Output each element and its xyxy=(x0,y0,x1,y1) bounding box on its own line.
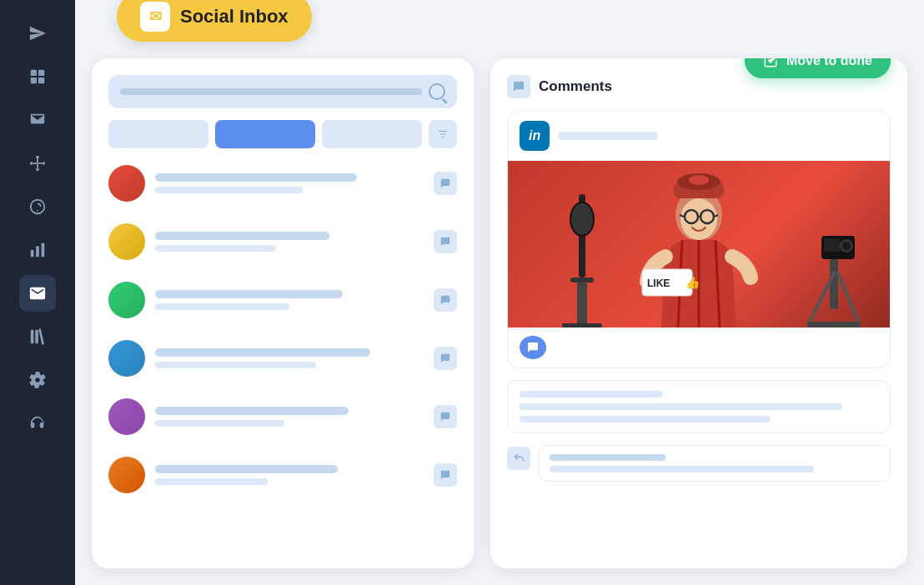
sidebar-item-send[interactable] xyxy=(19,15,56,52)
sidebar xyxy=(0,0,75,585)
linkedin-post-card: in xyxy=(507,110,891,368)
avatar-2 xyxy=(108,223,145,260)
svg-rect-25 xyxy=(570,278,594,282)
post-card-header: in xyxy=(508,111,890,161)
sidebar-item-network[interactable] xyxy=(19,145,56,182)
sidebar-item-social-inbox[interactable] xyxy=(19,275,56,312)
item-3-name-line xyxy=(155,290,343,298)
svg-rect-3 xyxy=(38,78,44,83)
item-2-name-line xyxy=(155,232,329,240)
chat-icon-2[interactable] xyxy=(434,230,457,253)
main-content: ✉ Social Inbox xyxy=(75,0,924,585)
like-bubble xyxy=(520,336,546,359)
svg-rect-2 xyxy=(31,78,37,83)
filter-icon[interactable] xyxy=(429,120,457,148)
chat-icon-6[interactable] xyxy=(434,463,457,487)
avatar-6 xyxy=(108,457,145,493)
comments-title: Comments xyxy=(539,78,612,95)
svg-point-5 xyxy=(30,162,33,165)
svg-point-6 xyxy=(43,162,46,165)
sidebar-item-help[interactable] xyxy=(19,405,56,442)
move-to-done-button[interactable]: Move to done xyxy=(745,58,891,78)
sidebar-item-inbox[interactable] xyxy=(19,102,56,138)
comments-header-icon xyxy=(507,75,530,98)
chat-icon-1[interactable] xyxy=(434,172,457,195)
inbox-item-3[interactable] xyxy=(108,277,457,323)
reply-content[interactable] xyxy=(539,445,891,482)
item-6-content xyxy=(155,465,424,485)
item-3-content xyxy=(155,290,424,310)
reply-line-top xyxy=(550,454,665,461)
chat-icon-3[interactable] xyxy=(434,288,457,312)
filter-tab-2[interactable] xyxy=(215,120,315,148)
mic-stand-svg xyxy=(554,194,612,328)
post-image: LIKE 👍 xyxy=(508,161,890,328)
svg-rect-17 xyxy=(42,243,45,258)
chat-icon-5[interactable] xyxy=(434,405,457,428)
panels: Move to done Comments in xyxy=(92,58,907,568)
inbox-item-6[interactable] xyxy=(108,452,457,498)
item-5-content xyxy=(155,407,424,427)
post-like-row xyxy=(508,328,890,368)
svg-rect-26 xyxy=(577,282,587,324)
item-1-content xyxy=(155,173,424,193)
comment-line-1b xyxy=(520,403,842,410)
sidebar-item-settings[interactable] xyxy=(19,362,56,398)
search-line xyxy=(120,88,422,95)
svg-point-4 xyxy=(36,162,39,165)
inbox-item-4[interactable] xyxy=(108,335,457,382)
svg-point-13 xyxy=(31,200,45,214)
social-inbox-title: Social Inbox xyxy=(180,6,289,28)
filter-tab-3[interactable] xyxy=(322,120,422,148)
avatar-5 xyxy=(108,398,145,435)
search-bar[interactable] xyxy=(108,75,457,108)
item-2-msg-line xyxy=(155,245,276,252)
inbox-panel xyxy=(92,58,474,568)
avatar-1 xyxy=(108,165,145,202)
item-1-msg-line xyxy=(155,187,303,193)
svg-rect-18 xyxy=(31,330,34,344)
sidebar-item-dashboard[interactable] xyxy=(19,58,56,95)
item-2-content xyxy=(155,232,424,252)
reply-line-bot xyxy=(550,466,814,472)
item-4-msg-line xyxy=(155,362,316,368)
svg-rect-46 xyxy=(824,238,841,252)
item-6-msg-line xyxy=(155,478,268,485)
avatar-3 xyxy=(108,282,145,318)
item-3-msg-line xyxy=(155,303,289,310)
item-5-msg-line xyxy=(155,420,284,427)
item-6-name-line xyxy=(155,465,338,473)
svg-rect-0 xyxy=(31,70,37,76)
chat-icon-4[interactable] xyxy=(434,347,457,370)
comment-line-1c xyxy=(520,416,771,422)
linkedin-badge: in xyxy=(520,121,550,151)
mail-icon: ✉ xyxy=(140,2,170,32)
inbox-item-2[interactable] xyxy=(108,218,457,265)
sidebar-item-analytics[interactable] xyxy=(19,232,56,268)
sidebar-item-library[interactable] xyxy=(19,318,56,355)
svg-rect-15 xyxy=(31,250,34,257)
svg-rect-19 xyxy=(35,330,38,344)
svg-rect-49 xyxy=(830,259,838,309)
svg-point-7 xyxy=(36,156,39,159)
person-svg: LIKE 👍 xyxy=(615,173,782,328)
reply-row xyxy=(507,445,891,482)
camera-stand-svg xyxy=(801,194,867,328)
avatar-4 xyxy=(108,340,145,377)
item-4-name-line xyxy=(155,348,370,357)
svg-rect-16 xyxy=(36,246,39,257)
svg-point-48 xyxy=(842,242,851,250)
post-header-line xyxy=(558,132,658,140)
filter-tab-1[interactable] xyxy=(108,120,208,148)
svg-rect-27 xyxy=(562,323,602,328)
svg-rect-1 xyxy=(38,70,44,76)
inbox-item-1[interactable] xyxy=(108,160,457,207)
reply-icon xyxy=(507,447,530,470)
sidebar-item-support[interactable] xyxy=(19,188,56,225)
move-to-done-label: Move to done xyxy=(786,58,872,68)
svg-line-51 xyxy=(838,273,859,323)
social-inbox-badge: ✉ Social Inbox xyxy=(117,0,312,42)
svg-text:LIKE: LIKE xyxy=(647,278,670,289)
comment-line-1a xyxy=(520,391,663,398)
inbox-item-5[interactable] xyxy=(108,393,457,440)
